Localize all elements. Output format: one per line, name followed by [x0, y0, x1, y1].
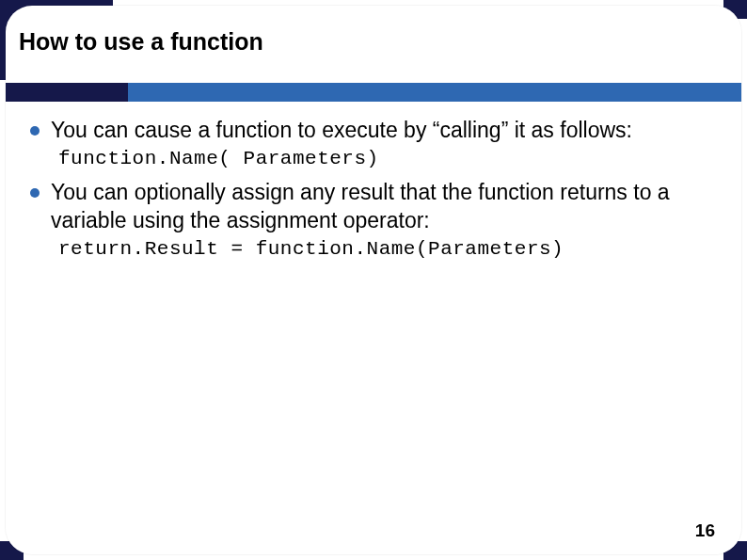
bullet-item: You can cause a function to execute by “… — [30, 117, 713, 144]
code-line: return.Result = function.Name(Parameters… — [58, 238, 713, 260]
bullet-text: You can cause a function to execute by “… — [51, 117, 632, 144]
bullet-text: You can optionally assign any result tha… — [51, 179, 713, 234]
page-number: 16 — [695, 520, 715, 541]
divider-segment-dark — [6, 83, 128, 102]
slide-content: You can cause a function to execute by “… — [30, 117, 713, 269]
divider-segment-blue — [128, 83, 741, 102]
bullet-dot-icon — [30, 126, 40, 136]
slide-frame: How to use a function You can cause a fu… — [6, 6, 741, 554]
code-line: function.Name( Parameters) — [58, 148, 713, 169]
bullet-dot-icon — [30, 188, 40, 198]
bullet-item: You can optionally assign any result tha… — [30, 179, 713, 234]
slide-title: How to use a function — [19, 28, 263, 56]
divider-bar — [6, 83, 741, 102]
